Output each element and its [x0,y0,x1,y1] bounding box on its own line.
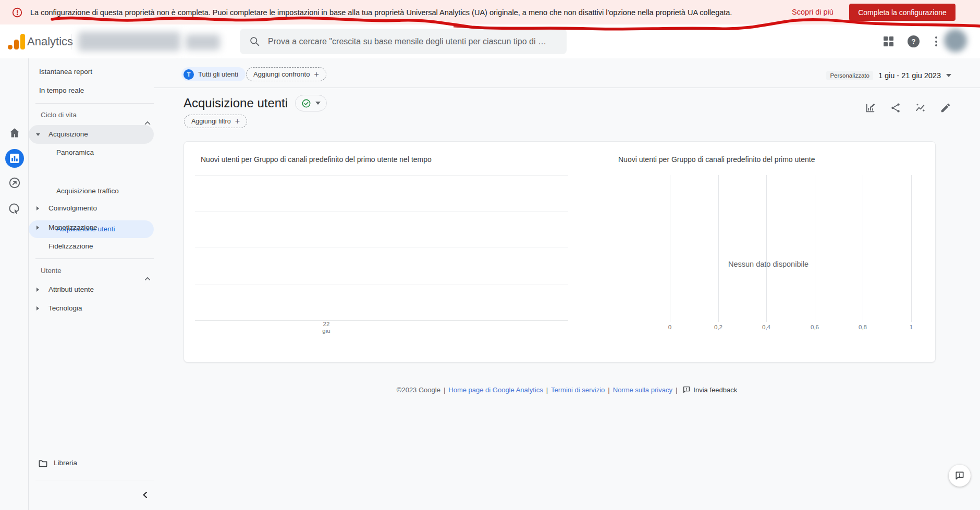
section-lifecycle[interactable]: Ciclo di vita [29,106,154,125]
expand-arrow-icon[interactable] [36,206,39,210]
gridline [815,175,815,322]
copyright: ©2023 Google [397,386,440,394]
avatar[interactable] [944,29,967,52]
property-id-redacted [186,34,220,50]
nav-rail [0,58,29,510]
more-options-icon[interactable] [935,36,937,46]
expand-arrow-icon[interactable] [36,226,39,230]
insights-icon[interactable] [915,102,926,114]
share-icon[interactable] [890,102,901,114]
gridline [195,212,568,212]
complete-configuration-button[interactable]: Completa la configurazione [849,4,956,21]
customize-chart-icon[interactable] [865,102,876,114]
x-axis [195,320,568,320]
sidebar-item-retention[interactable]: Fidelizzazione [29,237,154,256]
add-filter-chip[interactable]: Aggiungi filtro + [184,115,247,128]
check-circle-icon [301,98,311,108]
expand-arrow-icon[interactable] [36,288,39,292]
sidebar-divider [35,103,154,104]
gridline [195,175,568,176]
sidebar-item-traffic-acquisition[interactable]: Acquisizione traffico [29,182,154,201]
sidebar-divider [35,480,154,480]
line-chart-title: Nuovi utenti per Gruppo di canali predef… [201,155,432,164]
report-main: T Tutti gli utenti Aggiungi confronto + … [154,58,980,510]
app-header: Analytics ? [0,24,980,58]
search-input[interactable] [267,36,561,47]
plus-icon: + [235,117,240,126]
banner-message: La configurazione di questa proprietà no… [30,8,732,17]
section-user[interactable]: Utente [29,262,154,280]
sidebar-item-overview[interactable]: Panoramica [29,143,154,162]
search-bar[interactable] [240,29,567,54]
charts-card: Nuovi utenti per Gruppo di canali predef… [183,141,936,363]
chevron-down-icon [946,74,951,77]
page-footer: ©2023 Google|Home page di Google Analyti… [154,385,980,395]
sidebar-item-acquisition[interactable]: Acquisizione [29,125,154,144]
date-range-value: 1 giu - 21 giu 2023 [878,71,941,80]
sidebar-item-snapshot[interactable]: Istantanea report [29,63,154,81]
data-quality-badge[interactable] [295,95,327,111]
x-tick-label: 0,8 [852,324,873,330]
segment-chip-all-users[interactable]: T Tutti gli utenti [181,67,246,81]
gridline [195,284,568,284]
toolbar-divider [154,88,980,88]
gridline [718,175,719,322]
feedback-fab[interactable] [949,465,971,487]
collapse-arrow-icon[interactable] [36,133,40,136]
explore-icon[interactable] [0,177,29,189]
footer-feedback-link[interactable]: Invia feedback [693,386,737,394]
expand-arrow-icon[interactable] [36,306,39,310]
gridline [670,175,670,322]
gridline [911,175,912,322]
property-name-redacted[interactable] [78,32,180,51]
x-tick-label: 0 [659,324,680,330]
x-tick-label: 0,4 [756,324,777,330]
date-range-type-badge: Personalizzato [826,71,873,80]
feedback-bubble-icon [682,388,691,395]
x-tick-label: 22 giu [316,321,337,334]
apps-grid-icon[interactable] [884,36,893,46]
plus-icon: + [314,70,318,79]
header-divider [71,34,71,49]
page-title: Acquisizione utenti [183,96,288,110]
x-tick-label: 0,6 [804,324,825,330]
gridline [863,175,863,322]
collapse-sidebar-icon[interactable] [138,488,153,502]
gridline [195,247,568,247]
edit-icon[interactable] [940,102,951,114]
x-tick-label: 0,2 [708,324,729,330]
gridline [766,175,767,322]
sidebar-divider [35,258,154,259]
date-range-picker[interactable]: Personalizzato 1 giu - 21 giu 2023 [826,71,951,80]
feedback-bubble-icon [954,470,965,481]
learn-more-link[interactable]: Scopri di più [792,0,834,24]
add-comparison-chip[interactable]: Aggiungi confronto + [246,67,326,81]
chevron-down-icon [315,102,321,105]
search-icon [249,36,260,47]
sidebar-item-engagement[interactable]: Coinvolgimento [29,199,154,218]
alert-icon [11,7,23,18]
x-tick-label: 1 [901,324,922,330]
report-actions [865,102,951,114]
folder-icon [38,458,48,468]
segment-initial-badge: T [183,69,194,80]
product-name: Analytics [27,24,73,58]
analytics-logo-icon [8,34,25,49]
advertising-icon[interactable] [0,203,29,215]
footer-link-privacy[interactable]: Norme sulla privacy [613,386,672,394]
footer-link-home[interactable]: Home page di Google Analytics [448,386,543,394]
sidebar-item-tech[interactable]: Tecnologia [29,299,154,318]
reports-icon[interactable] [0,149,29,168]
help-icon[interactable]: ? [908,35,920,47]
footer-link-terms[interactable]: Termini di servizio [551,386,605,394]
sidebar-item-library[interactable]: Libreria [29,454,154,472]
sidebar-item-user-attributes[interactable]: Attributi utente [29,280,154,299]
report-nav-sidebar: Istantanea report In tempo reale Ciclo d… [29,58,154,510]
bar-chart-title: Nuovi utenti per Gruppo di canali predef… [618,155,815,164]
no-data-message: Nessun dato disponibile [716,260,820,268]
sidebar-item-monetization[interactable]: Monetizzazione [29,218,154,237]
sidebar-item-realtime[interactable]: In tempo reale [29,81,154,100]
home-icon[interactable] [0,127,29,139]
setup-warning-banner: La configurazione di questa proprietà no… [0,0,980,24]
